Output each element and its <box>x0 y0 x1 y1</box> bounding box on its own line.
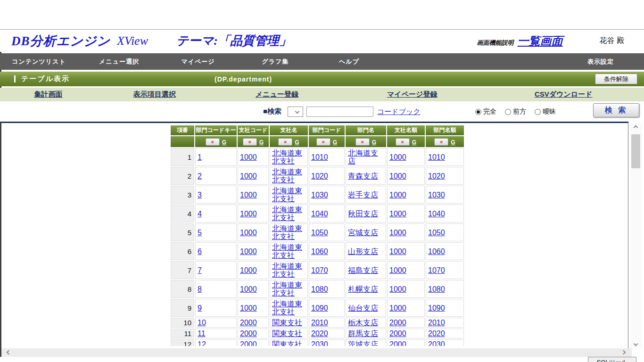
cell-link[interactable]: 1030 <box>428 191 445 199</box>
vertical-scrollbar[interactable] <box>630 123 642 348</box>
cell-link[interactable]: 北海道東北支社 <box>272 206 302 222</box>
filter-group-link[interactable]: G <box>295 139 299 146</box>
cell-link[interactable]: 山形支店 <box>348 247 378 255</box>
cell-link[interactable]: 1040 <box>311 210 328 218</box>
filter-group-link[interactable]: G <box>412 139 416 146</box>
filter-clear-button[interactable]: × <box>316 138 330 146</box>
cell-link[interactable]: 北海道東北支社 <box>272 243 302 259</box>
filter-clear-button[interactable]: × <box>206 138 220 146</box>
cell-link[interactable]: 1000 <box>389 266 406 274</box>
search-field-select[interactable] <box>288 107 303 117</box>
sql-tool-button[interactable]: SQLツール <box>588 357 636 362</box>
cell-link[interactable]: 2 <box>198 172 202 180</box>
cell-link[interactable]: 北海道東北支社 <box>272 281 302 297</box>
cell-link[interactable]: 1000 <box>240 285 257 293</box>
cell-link[interactable]: 1090 <box>311 304 328 312</box>
action-link[interactable]: マイページ登録 <box>387 90 437 98</box>
action-link[interactable]: 表示項目選択 <box>133 90 176 98</box>
search-button[interactable]: 検 索 <box>593 103 639 117</box>
cell-link[interactable]: 1070 <box>311 266 328 274</box>
cell-link[interactable]: 1000 <box>389 172 406 180</box>
cell-link[interactable]: 宮城支店 <box>348 229 378 237</box>
cell-link[interactable]: 北海道支店 <box>348 149 378 165</box>
filter-group-link[interactable]: G <box>372 139 376 146</box>
radio-option[interactable]: 前方 <box>505 107 526 116</box>
cell-link[interactable]: 2010 <box>311 319 328 327</box>
cell-link[interactable]: 北海道東北支社 <box>272 187 302 203</box>
filter-clear-button[interactable]: × <box>278 138 292 146</box>
cell-link[interactable]: 1 <box>198 153 202 161</box>
cell-link[interactable]: 12 <box>198 340 206 346</box>
cell-link[interactable]: 1060 <box>311 247 328 255</box>
nav-item[interactable]: コンテンツリスト <box>0 58 78 66</box>
cell-link[interactable]: 1020 <box>428 172 445 180</box>
cell-link[interactable]: 1000 <box>389 229 406 237</box>
chevron-left-icon[interactable] <box>7 350 11 355</box>
cell-link[interactable]: 3 <box>198 191 202 199</box>
cell-link[interactable]: 1000 <box>389 247 406 255</box>
cell-link[interactable]: 11 <box>198 329 206 337</box>
cell-link[interactable]: 北海道東北支社 <box>272 168 302 184</box>
cell-link[interactable]: 2030 <box>311 340 328 346</box>
filter-clear-button[interactable]: × <box>396 138 410 146</box>
cell-link[interactable]: 1000 <box>240 153 257 161</box>
cell-link[interactable]: 青森支店 <box>348 172 378 180</box>
cell-link[interactable]: 1000 <box>240 266 257 274</box>
cell-link[interactable]: 北海道東北支社 <box>272 224 302 240</box>
nav-item[interactable]: マイページ <box>160 58 236 66</box>
nav-item-display-settings[interactable]: 表示設定 <box>587 58 614 66</box>
nav-item[interactable]: ヘルプ <box>315 58 383 66</box>
vertical-scrollbar-thumb[interactable] <box>631 134 640 168</box>
cell-link[interactable]: 2000 <box>389 319 406 327</box>
action-link[interactable]: CSVダウンロード <box>535 90 593 98</box>
cell-link[interactable]: 1010 <box>428 153 445 161</box>
cell-link[interactable]: 北海道東北支社 <box>272 300 302 316</box>
cell-link[interactable]: 6 <box>198 247 202 255</box>
cell-link[interactable]: 5 <box>198 229 202 237</box>
filter-clear-button[interactable]: × <box>355 138 370 146</box>
chevron-up-icon[interactable] <box>634 125 638 130</box>
horizontal-scrollbar[interactable] <box>1 348 632 357</box>
cell-link[interactable]: 1000 <box>240 191 257 199</box>
cell-link[interactable]: 1070 <box>428 266 445 274</box>
cell-link[interactable]: 2030 <box>428 340 445 346</box>
cell-link[interactable]: 1000 <box>389 153 406 161</box>
cell-link[interactable]: 1030 <box>311 191 328 199</box>
cell-link[interactable]: 1090 <box>428 304 445 312</box>
cell-link[interactable]: 2020 <box>428 329 445 337</box>
cell-link[interactable]: 1000 <box>389 285 406 293</box>
cell-link[interactable]: 北海道東北支社 <box>272 262 302 278</box>
cell-link[interactable]: 札幌支店 <box>348 285 378 293</box>
cell-link[interactable]: 北海道東北支社 <box>272 149 302 165</box>
nav-item[interactable]: グラフ集 <box>236 58 315 66</box>
screen-help-link[interactable]: 一覧画面 <box>518 33 563 49</box>
cell-link[interactable]: 秋田支店 <box>348 210 378 218</box>
cell-link[interactable]: 1000 <box>389 191 406 199</box>
cell-link[interactable]: 7 <box>198 266 202 274</box>
cell-link[interactable]: 1020 <box>311 172 328 180</box>
cell-link[interactable]: 1080 <box>428 285 445 293</box>
clear-condition-button[interactable]: 条件解除 <box>595 74 637 84</box>
cell-link[interactable]: 8 <box>198 285 202 293</box>
cell-link[interactable]: 栃木支店 <box>348 319 378 327</box>
cell-link[interactable]: 2000 <box>240 329 257 337</box>
cell-link[interactable]: 2020 <box>311 329 328 337</box>
cell-link[interactable]: 1040 <box>428 210 445 218</box>
chevron-down-icon[interactable] <box>634 342 638 346</box>
cell-link[interactable]: 仙台支店 <box>348 304 378 312</box>
cell-link[interactable]: 茨城支店 <box>348 340 378 346</box>
cell-link[interactable]: 群馬支店 <box>348 329 378 337</box>
action-link[interactable]: 集計画面 <box>34 90 62 98</box>
cell-link[interactable]: 1010 <box>311 153 328 161</box>
cell-link[interactable]: 9 <box>198 304 202 312</box>
cell-link[interactable]: 関東支社 <box>272 329 302 337</box>
filter-group-link[interactable]: G <box>259 139 264 146</box>
radio-option[interactable]: 完全 <box>475 107 496 116</box>
cell-link[interactable]: 10 <box>198 319 206 327</box>
cell-link[interactable]: 岩手支店 <box>348 191 378 199</box>
filter-group-link[interactable]: G <box>222 139 226 146</box>
nav-item[interactable]: メニュー選択 <box>78 58 160 66</box>
cell-link[interactable]: 1050 <box>311 229 328 237</box>
cell-link[interactable]: 4 <box>198 210 202 218</box>
radio-option[interactable]: 曖昧 <box>535 107 556 116</box>
